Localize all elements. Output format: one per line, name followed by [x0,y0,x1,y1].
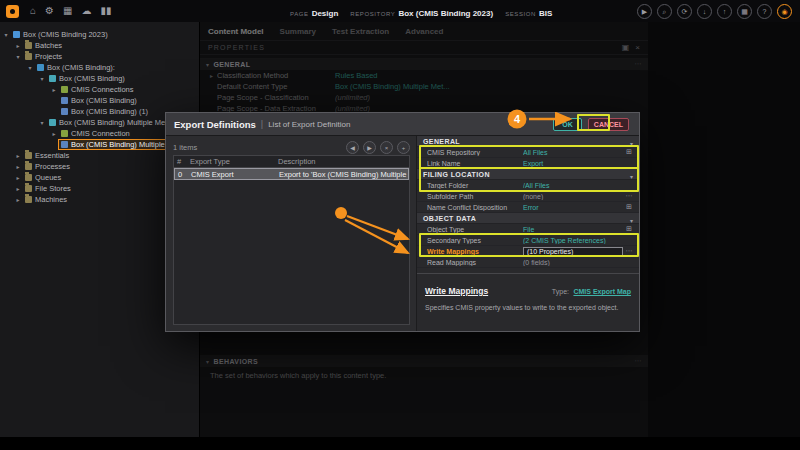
user-icon[interactable]: ◉ [777,4,792,19]
connection-icon [61,86,68,93]
tree-expand-arrow-icon[interactable]: ▸ [14,185,22,192]
tree-expand-arrow-icon[interactable]: ▾ [2,31,10,38]
property-grid-row[interactable]: GENERAL [417,136,639,147]
modules-icon[interactable]: ▦ [63,6,72,16]
property-value[interactable]: (none) [523,193,623,200]
bottom-bar [0,437,800,450]
tree-item-label: Box (CMIS Binding) (1) [71,107,148,116]
tree-item[interactable]: ▸ Batches [0,40,199,51]
property-grid-row[interactable]: Subfolder Path (none) ⋯ [417,191,639,202]
property-grid-row[interactable]: FILING LOCATION [417,169,639,180]
tree-item-label: Box (CMIS Binding) [71,96,137,105]
document-icon [61,97,68,104]
ellipsis-icon[interactable]: ⋯ [623,247,635,255]
property-grid-row[interactable]: Name Conflict Disposition Error ⊞ [417,202,639,213]
search-icon[interactable]: ⌕ [657,4,672,19]
tree-expand-arrow-icon[interactable]: ▸ [50,86,58,93]
tree-item-label: Box (CMIS Binding) [59,74,125,83]
property-label: Object Type [427,226,523,233]
cell-export-type: CMIS Export [189,170,277,179]
tree-item-label: Box (CMIS Binding): [47,63,115,72]
upload-icon[interactable]: ↑ [717,4,732,19]
column-header-export-type[interactable]: Export Type [188,157,276,166]
next-icon[interactable]: ▶ [363,141,376,154]
tree-expand-arrow-icon[interactable]: ▸ [14,42,22,49]
topbar-left-icons: ⌂⚙▦☁▮▮ [30,6,111,16]
tools-icon[interactable]: ⚙ [45,6,54,16]
property-grid-row[interactable]: Object Type File ⊞ [417,224,639,235]
folder-icon [25,163,32,170]
property-value[interactable]: File [523,226,623,233]
tree-expand-arrow-icon[interactable]: ▸ [14,196,22,203]
download-icon[interactable]: ↓ [697,4,712,19]
table-row[interactable]: 0 CMIS Export Export to 'Box (CMIS Bindi… [174,168,409,180]
tree-expand-arrow-icon[interactable]: ▾ [38,119,46,126]
session-value[interactable]: BIS [539,9,552,18]
property-grid-row[interactable]: Secondary Types (2 CMIS Type References) [417,235,639,246]
tree-expand-arrow-icon[interactable]: ▸ [14,163,22,170]
dialog-title: Export Definitions [174,119,256,130]
layout-icon[interactable]: ▦ [737,4,752,19]
tree-item-label: CMIS Connection [71,129,130,138]
tree-item[interactable]: ▾ Box (CMIS Binding): [0,62,199,73]
cloud-icon[interactable]: ☁ [81,6,91,16]
folder-icon [25,42,32,49]
grid-picker-icon[interactable]: ⊞ [623,225,635,233]
ellipsis-icon[interactable]: ⋯ [623,192,635,200]
chevron-down-icon[interactable] [630,165,633,183]
document-icon [61,108,68,115]
property-grid-row[interactable]: Target Folder /All Files [417,180,639,191]
property-value[interactable]: (2 CMIS Type References) [523,237,623,244]
content-model-icon [49,119,56,126]
property-value[interactable]: (0 fields) [523,259,623,266]
tree-item[interactable]: ▾ Box (CMIS Binding) [0,73,199,84]
tree-item[interactable]: Box (CMIS Binding) [0,95,199,106]
type-link[interactable]: CMIS Export Map [573,288,631,295]
repository-value[interactable]: Box (CMIS Binding 2023) [398,9,493,18]
tree-item-label: CMIS Connections [71,85,134,94]
property-value[interactable]: Export [523,160,623,167]
tree-expand-arrow-icon[interactable]: ▸ [14,174,22,181]
property-value[interactable]: Error [523,204,623,211]
tree-item[interactable]: ▸ CMIS Connections [0,84,199,95]
property-grid-row[interactable]: Link Name Export [417,158,639,169]
top-bar: ⌂⚙▦☁▮▮ PAGEDesign REPOSITORYBox (CMIS Bi… [0,0,800,23]
tree-expand-arrow-icon[interactable]: ▸ [14,152,22,159]
add-dropdown-icon[interactable]: + [397,141,410,154]
tree-item-label: Box (CMIS Binding 2023) [23,30,108,39]
stats-icon[interactable]: ▮▮ [100,6,111,16]
tree-expand-arrow-icon[interactable]: ▾ [26,64,34,71]
play-icon[interactable]: ▶ [637,4,652,19]
property-grid-row[interactable]: Read Mappings (0 fields) [417,257,639,268]
tree-item[interactable]: ▾ Box (CMIS Binding 2023) [0,29,199,40]
tree-expand-arrow-icon[interactable]: ▾ [14,53,22,60]
property-label: Target Folder [427,182,523,189]
property-label: Read Mappings [427,259,523,266]
property-grid-row[interactable]: OBJECT DATA [417,213,639,224]
home-icon[interactable]: ⌂ [30,6,36,16]
prev-icon[interactable]: ◀ [346,141,359,154]
grid-picker-icon[interactable]: ⊞ [623,148,635,156]
property-value[interactable]: /All Files [523,182,623,189]
help-title: Write Mappings [425,286,488,296]
folder-icon [25,152,32,159]
property-value[interactable]: (10 Properties) [523,247,623,256]
tree-item[interactable]: ▾ Projects [0,51,199,62]
repository-label: REPOSITORY [350,11,395,17]
page-value[interactable]: Design [312,9,339,18]
delete-icon[interactable]: × [380,141,393,154]
property-grid-row[interactable]: Write Mappings (10 Properties) ⋯ [417,246,639,257]
folder-icon [25,174,32,181]
help-icon[interactable]: ? [757,4,772,19]
refresh-icon[interactable]: ⟳ [677,4,692,19]
title-separator: | [261,119,263,129]
tree-expand-arrow-icon[interactable]: ▾ [38,75,46,82]
property-grid-row[interactable]: CMIS Repository All Files ⊞ [417,147,639,158]
property-value[interactable]: All Files [523,149,623,156]
column-header-number[interactable]: # [174,157,188,166]
cancel-button[interactable]: CANCEL [588,118,629,131]
help-description: Specifies CMIS property values to write … [425,303,631,312]
tree-expand-arrow-icon[interactable]: ▸ [50,130,58,137]
column-header-description[interactable]: Description [276,157,409,166]
ok-button[interactable]: OK [553,118,582,131]
